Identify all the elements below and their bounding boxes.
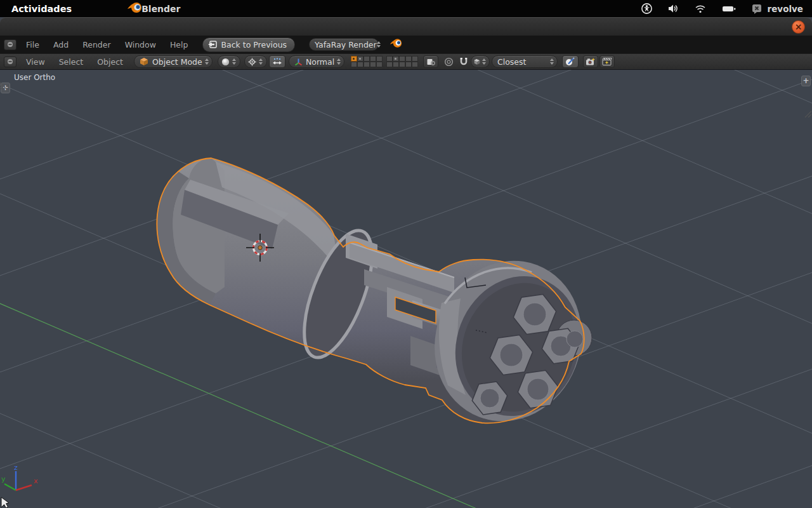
menu-render[interactable]: Render <box>75 40 118 50</box>
pivot-point-select[interactable] <box>244 55 267 68</box>
viewport-3d[interactable]: z y x User Ortho + + <box>0 70 812 508</box>
app-title: Blender <box>141 4 180 14</box>
layer-cell[interactable] <box>376 56 383 62</box>
layer-cell[interactable] <box>393 62 399 67</box>
snap-element-cube-icon <box>474 58 480 66</box>
accessibility-icon[interactable] <box>641 3 652 14</box>
layer-cell[interactable] <box>399 56 405 62</box>
axis-y-label: y <box>1 475 6 483</box>
battery-icon[interactable] <box>722 5 736 13</box>
menu-select[interactable]: Select <box>52 57 91 67</box>
menu-help[interactable]: Help <box>163 40 195 50</box>
window-close-button[interactable]: × <box>792 20 805 34</box>
updown-arrows-icon <box>259 58 263 65</box>
axis-x-label: x <box>34 477 38 485</box>
axis-z-label: z <box>14 464 18 472</box>
magnet-icon <box>459 57 468 66</box>
view3d-header: View Select Object Object Mode <box>0 53 812 70</box>
view-name-label: User Ortho <box>14 73 55 82</box>
gnome-top-bar: Actividades Blender <box>0 0 812 17</box>
editor-type-selector[interactable] <box>4 57 16 67</box>
camera-render-icon <box>586 57 596 66</box>
updown-arrows-icon <box>482 58 486 65</box>
snap-toggle-button[interactable] <box>459 57 468 66</box>
window-title-bar[interactable]: × <box>0 17 812 36</box>
chat-indicator-icon[interactable] <box>752 4 763 14</box>
layers-group-2[interactable] <box>386 56 418 67</box>
menu-object[interactable]: Object <box>90 57 130 67</box>
layer-cell[interactable] <box>376 62 383 67</box>
mouse-cursor <box>1 497 9 508</box>
layer-cell[interactable] <box>412 56 418 62</box>
layer-cell[interactable] <box>357 62 363 67</box>
viewport-shading-select[interactable] <box>218 55 240 68</box>
pivot-point-icon <box>248 58 256 66</box>
menu-file[interactable]: File <box>19 40 46 50</box>
layer-object-dot <box>353 58 355 60</box>
snap-element-select[interactable] <box>471 55 490 68</box>
updown-arrows-icon <box>232 58 236 65</box>
area-corner-grip[interactable] <box>0 80 9 89</box>
scene-lock-icon <box>426 58 435 66</box>
snap-align-rotation-toggle[interactable] <box>562 55 579 68</box>
area-corner-grip[interactable] <box>802 109 811 117</box>
mode-select[interactable]: Object Mode <box>134 55 213 68</box>
render-engine-select[interactable]: YafaRay Render <box>309 38 379 51</box>
updown-arrows-icon <box>377 41 381 48</box>
editor-type-selector[interactable] <box>4 39 16 50</box>
back-to-previous-button[interactable]: Back to Previous <box>202 37 295 52</box>
layer-cell[interactable] <box>386 62 393 67</box>
back-arrow-icon <box>207 41 217 48</box>
object-mode-cube-icon <box>140 57 148 66</box>
proportional-edit-button[interactable] <box>444 57 454 67</box>
info-editor-header: File Add Render Window Help Back to Prev… <box>0 36 812 53</box>
layers-group-1[interactable] <box>351 56 383 67</box>
updown-arrows-icon <box>205 58 209 65</box>
layer-cell[interactable] <box>351 56 357 62</box>
layer-cell[interactable] <box>405 62 412 67</box>
blender-logo-icon <box>126 0 143 18</box>
align-rotation-icon <box>565 57 575 66</box>
layer-cell[interactable] <box>399 62 405 67</box>
opengl-render-animation-button[interactable] <box>599 55 615 68</box>
layer-cell[interactable] <box>363 56 370 62</box>
axis-gizmo: z y x <box>1 464 38 490</box>
manipulator-toggle[interactable] <box>269 55 285 68</box>
layer-cell[interactable] <box>405 56 412 62</box>
menu-view[interactable]: View <box>19 57 52 67</box>
menu-add[interactable]: Add <box>46 40 75 50</box>
layer-cell[interactable] <box>393 56 399 62</box>
snap-target-select[interactable]: Closest <box>492 55 558 68</box>
layer-object-dot <box>359 58 361 60</box>
updown-arrows-icon <box>337 58 341 65</box>
axis-orientation-icon <box>294 58 303 66</box>
app-indicator[interactable]: Blender <box>126 0 180 18</box>
activities-button[interactable]: Actividades <box>11 4 72 14</box>
layer-object-dot <box>395 58 396 60</box>
layer-cell[interactable] <box>412 62 418 67</box>
layer-cell[interactable] <box>370 56 376 62</box>
shading-sphere-icon <box>221 58 230 66</box>
properties-expand-button[interactable]: + <box>801 76 811 86</box>
proportional-edit-circle-icon <box>444 57 454 67</box>
layer-cell[interactable] <box>351 62 357 67</box>
viewport-canvas[interactable]: z y x <box>0 70 812 508</box>
opengl-render-image-button[interactable] <box>583 55 598 68</box>
layer-cell[interactable] <box>357 56 363 62</box>
username-label[interactable]: revolve <box>768 4 803 14</box>
layer-cell[interactable] <box>370 62 376 67</box>
layer-cell[interactable] <box>363 62 370 67</box>
updown-arrows-icon <box>550 58 554 65</box>
editor-selector-icon <box>7 41 13 48</box>
blender-logo-icon <box>389 37 403 52</box>
volume-icon[interactable] <box>668 4 679 13</box>
translate-manipulator-icon <box>272 57 282 66</box>
transform-orientation-select[interactable]: Normal <box>289 55 344 68</box>
editor-selector-icon <box>7 58 13 65</box>
wifi-icon[interactable] <box>695 4 706 13</box>
lock-to-scene-toggle[interactable] <box>423 55 438 68</box>
menu-window[interactable]: Window <box>118 40 163 50</box>
layer-cell[interactable] <box>386 56 393 62</box>
clapperboard-icon <box>602 57 612 66</box>
